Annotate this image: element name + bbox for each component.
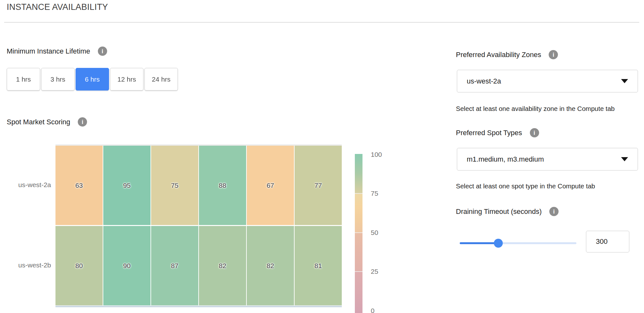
heatmap-bottom-axis bbox=[55, 306, 342, 307]
heatmap-cell: 82 bbox=[199, 226, 246, 305]
heatmap-cell: 88 bbox=[199, 146, 246, 225]
draining-timeout-section: Draining Timeout (seconds) i bbox=[456, 207, 559, 216]
minimum-instance-lifetime-section: Minimum Instance Lifetime i bbox=[7, 47, 107, 56]
availability-zones-value: us-west-2a bbox=[467, 77, 501, 85]
chevron-down-icon bbox=[621, 79, 628, 83]
draining-timeout-label: Draining Timeout (seconds) bbox=[456, 207, 542, 216]
heatmap-cell: 67 bbox=[247, 146, 294, 225]
info-icon[interactable]: i bbox=[98, 47, 107, 56]
preferred-spot-types-label: Preferred Spot Types bbox=[456, 129, 522, 137]
heatmap-cell: 81 bbox=[295, 226, 342, 305]
heatmap-cell: 75 bbox=[151, 146, 198, 225]
colorbar-tick-label: 50 bbox=[371, 229, 378, 237]
page-title: INSTANCE AVAILABILITY bbox=[7, 2, 108, 12]
slider-fill bbox=[460, 242, 498, 244]
draining-timeout-input[interactable] bbox=[586, 231, 629, 252]
lifetime-option-12-hrs[interactable]: 12 hrs bbox=[110, 68, 143, 91]
heatmap-cell: 80 bbox=[55, 226, 103, 305]
heatmap-cell: 63 bbox=[55, 146, 103, 225]
lifetime-option-1-hrs[interactable]: 1 hrs bbox=[7, 68, 40, 91]
spot-types-select[interactable]: m1.medium, m3.medium bbox=[457, 148, 638, 171]
lifetime-button-group: 1 hrs3 hrs6 hrs12 hrs24 hrs bbox=[7, 68, 178, 91]
availability-zones-helper-text: Select at least one availability zone in… bbox=[456, 105, 615, 113]
spot-types-helper-text: Select at least one spot type in the Com… bbox=[456, 182, 595, 190]
preferred-availability-zones-section: Preferred Availability Zones i bbox=[456, 50, 558, 59]
spot-market-scoring-section: Spot Market Scoring i bbox=[7, 117, 87, 127]
slider-thumb[interactable] bbox=[494, 239, 503, 248]
availability-zones-select[interactable]: us-west-2a bbox=[457, 70, 638, 92]
info-icon[interactable]: i bbox=[549, 50, 558, 59]
heatmap: 639575886777809087828281 bbox=[55, 146, 342, 305]
colorbar-segment-line bbox=[355, 271, 362, 272]
colorbar-tick-label: 100 bbox=[371, 151, 382, 158]
heatmap-row-label: us-west-2a bbox=[9, 181, 51, 189]
lifetime-option-3-hrs[interactable]: 3 hrs bbox=[41, 68, 75, 91]
lifetime-option-24-hrs[interactable]: 24 hrs bbox=[144, 68, 178, 91]
heatmap-cell: 87 bbox=[151, 226, 198, 305]
colorbar-segment-line bbox=[355, 193, 362, 194]
heatmap-cell: 77 bbox=[295, 146, 342, 225]
colorbar-tick-label: 25 bbox=[371, 268, 378, 275]
heatmap-row-label: us-west-2b bbox=[9, 261, 51, 269]
spot-types-value: m1.medium, m3.medium bbox=[467, 155, 544, 164]
info-icon[interactable]: i bbox=[78, 117, 87, 127]
preferred-availability-zones-label: Preferred Availability Zones bbox=[456, 51, 541, 59]
chevron-down-icon bbox=[621, 157, 628, 161]
heatmap-cell: 90 bbox=[103, 226, 150, 305]
spot-market-scoring-label: Spot Market Scoring bbox=[7, 118, 70, 126]
heatmap-colorbar bbox=[355, 154, 362, 313]
info-icon[interactable]: i bbox=[549, 207, 559, 216]
colorbar-segment-line bbox=[355, 232, 362, 233]
header-divider bbox=[4, 22, 639, 23]
heatmap-cell: 82 bbox=[247, 226, 294, 305]
colorbar-tick-label: 0 bbox=[371, 307, 375, 313]
lifetime-option-6-hrs[interactable]: 6 hrs bbox=[76, 68, 109, 91]
draining-timeout-slider[interactable] bbox=[460, 239, 576, 248]
heatmap-cell: 95 bbox=[103, 146, 150, 225]
info-icon[interactable]: i bbox=[530, 128, 539, 137]
colorbar-tick-label: 75 bbox=[371, 190, 378, 197]
minimum-instance-lifetime-label: Minimum Instance Lifetime bbox=[7, 47, 90, 55]
preferred-spot-types-section: Preferred Spot Types i bbox=[456, 128, 539, 137]
